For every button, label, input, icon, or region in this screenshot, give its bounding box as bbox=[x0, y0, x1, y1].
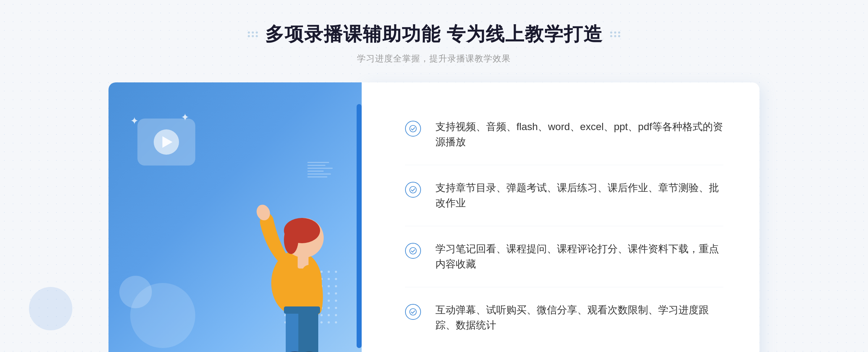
svg-point-14 bbox=[410, 248, 416, 254]
right-features-panel: 支持视频、音频、flash、word、excel、ppt、pdf等各种格式的资源… bbox=[362, 82, 760, 352]
sparkle-decoration-1: ✦ bbox=[130, 115, 139, 127]
feature-item-4: 互动弹幕、试听购买、微信分享、观看次数限制、学习进度跟踪、数据统计 bbox=[405, 287, 723, 348]
play-bubble bbox=[137, 119, 195, 166]
check-icon-1 bbox=[405, 121, 421, 137]
feature-text-2: 支持章节目录、弹题考试、课后练习、课后作业、章节测验、批改作业 bbox=[435, 180, 723, 211]
feature-item-3: 学习笔记回看、课程提问、课程评论打分、课件资料下载，重点内容收藏 bbox=[405, 226, 723, 287]
check-icon-2 bbox=[405, 182, 421, 198]
svg-rect-10 bbox=[284, 306, 320, 314]
subtitle: 学习进度全掌握，提升录播课教学效果 bbox=[357, 53, 511, 64]
person-illustration bbox=[239, 167, 354, 352]
left-illustration-panel: ✦ ✦ for(let i=0; i<64; i++) bbox=[109, 82, 362, 352]
main-card-area: » ✦ ✦ bbox=[109, 82, 760, 352]
svg-point-3 bbox=[284, 225, 298, 254]
feature-text-3: 学习笔记回看、课程提问、课程评论打分、课件资料下载，重点内容收藏 bbox=[435, 241, 723, 272]
svg-rect-7 bbox=[298, 308, 318, 352]
svg-point-15 bbox=[410, 309, 416, 315]
header-section: 多项录播课辅助功能 专为线上教学打造 学习进度全掌握，提升录播课教学效果 bbox=[248, 22, 620, 64]
feature-text-4: 互动弹幕、试听购买、微信分享、观看次数限制、学习进度跟踪、数据统计 bbox=[435, 302, 723, 333]
play-triangle bbox=[162, 136, 173, 148]
blue-bar-decoration bbox=[357, 104, 362, 348]
content-area: 多项录播课辅助功能 专为线上教学打造 学习进度全掌握，提升录播课教学效果 bbox=[0, 22, 868, 352]
title-row: 多项录播课辅助功能 专为线上教学打造 bbox=[248, 22, 620, 47]
feature-item-2: 支持章节目录、弹题考试、课后练习、课后作业、章节测验、批改作业 bbox=[405, 165, 723, 226]
small-circle-decoration bbox=[119, 276, 152, 308]
main-title: 多项录播课辅助功能 专为线上教学打造 bbox=[265, 22, 603, 47]
right-deco-dots bbox=[610, 31, 620, 37]
play-icon bbox=[154, 129, 179, 155]
left-deco-dots bbox=[248, 31, 258, 37]
check-icon-3 bbox=[405, 243, 421, 259]
page-wrapper: 多项录播课辅助功能 专为线上教学打造 学习进度全掌握，提升录播课教学效果 bbox=[0, 0, 868, 352]
feature-item-1: 支持视频、音频、flash、word、excel、ppt、pdf等各种格式的资源… bbox=[405, 104, 723, 165]
feature-text-1: 支持视频、音频、flash、word、excel、ppt、pdf等各种格式的资源… bbox=[435, 119, 723, 150]
svg-point-12 bbox=[410, 125, 416, 132]
check-icon-4 bbox=[405, 304, 421, 320]
sparkle-decoration-2: ✦ bbox=[181, 111, 189, 123]
svg-point-13 bbox=[410, 186, 416, 193]
